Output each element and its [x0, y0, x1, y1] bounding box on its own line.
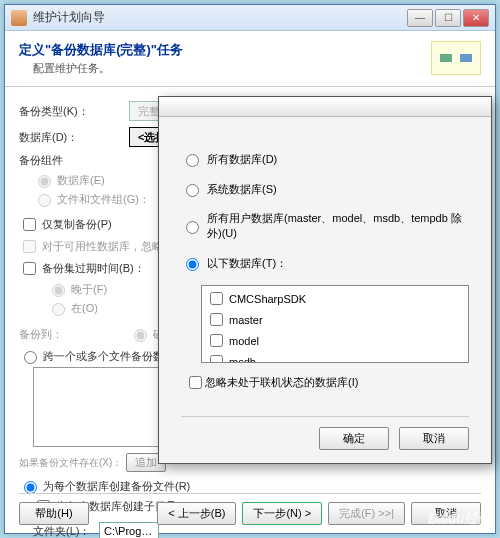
list-item: model	[204, 330, 466, 351]
expire-after-radio	[52, 284, 65, 297]
next-button[interactable]: 下一步(N) >	[242, 502, 322, 525]
dialog-titlebar	[159, 97, 491, 117]
finish-button: 完成(F) >>|	[328, 502, 405, 525]
ok-button[interactable]: 确定	[319, 427, 389, 450]
system-databases-radio[interactable]	[186, 184, 199, 197]
all-databases-radio[interactable]	[186, 154, 199, 167]
database-select-dialog: 所有数据库(D) 系统数据库(S) 所有用户数据库(master、model、m…	[158, 96, 492, 464]
user-databases-radio[interactable]	[186, 221, 199, 234]
list-item: master	[204, 309, 466, 330]
list-item: CMCSharpSDK	[204, 288, 466, 309]
db-checkbox[interactable]	[210, 292, 223, 305]
these-databases-radio[interactable]	[186, 258, 199, 271]
component-files-radio	[38, 194, 51, 207]
expire-on-radio	[52, 303, 65, 316]
watermark: Baidu经验	[428, 510, 492, 528]
if-exists-label: 如果备份文件存在(X)：	[19, 456, 122, 470]
expire-checkbox[interactable]	[23, 262, 36, 275]
list-item: msdb	[204, 351, 466, 363]
copy-only-checkbox[interactable]	[23, 218, 36, 231]
close-button[interactable]: ✕	[463, 9, 489, 27]
disk-radio	[134, 329, 147, 342]
back-button[interactable]: < 上一步(B)	[157, 502, 236, 525]
minimize-button[interactable]: —	[407, 9, 433, 27]
db-checkbox[interactable]	[210, 355, 223, 363]
db-checkbox[interactable]	[210, 334, 223, 347]
across-files-radio[interactable]	[24, 351, 37, 364]
maximize-button[interactable]: ☐	[435, 9, 461, 27]
database-label: 数据库(D)：	[19, 130, 129, 145]
backup-to-label: 备份到：	[19, 327, 129, 342]
dialog-cancel-button[interactable]: 取消	[399, 427, 469, 450]
availability-ignore-checkbox	[23, 240, 36, 253]
backup-type-label: 备份类型(K)：	[19, 104, 129, 119]
db-checkbox[interactable]	[210, 313, 223, 326]
backup-files-list[interactable]	[33, 367, 163, 447]
ignore-offline-checkbox[interactable]	[189, 376, 202, 389]
app-icon	[11, 10, 27, 26]
window-title: 维护计划向导	[33, 9, 405, 26]
folder-label: 文件夹(L)：	[19, 524, 99, 539]
database-list[interactable]: CMCSharpSDK master model msdb	[201, 285, 469, 363]
page-subtitle: 配置维护任务。	[19, 61, 481, 76]
component-database-radio	[38, 175, 51, 188]
help-button[interactable]: 帮助(H)	[19, 502, 89, 525]
page-title: 定义"备份数据库(完整)"任务	[19, 41, 481, 59]
wizard-icon	[431, 41, 481, 75]
